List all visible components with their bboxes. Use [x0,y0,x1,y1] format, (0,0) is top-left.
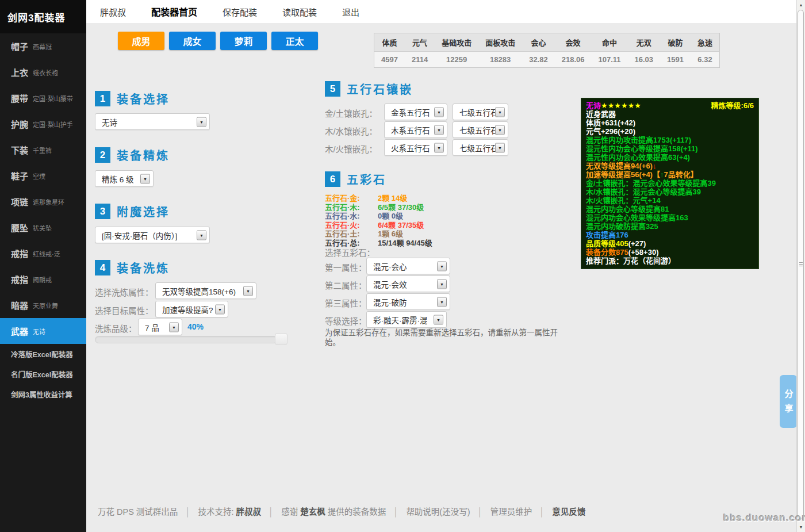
top-nav: 胖叔叔 配装器首页 保存配装 读取配装 退出 [86,0,805,23]
grade-select-label: 等级选择： [325,315,367,327]
chevron-down-icon[interactable]: ▼ [437,297,447,307]
section-6-title: 五彩石 [347,171,386,187]
share-button[interactable]: 分享 [780,375,797,428]
attr1-dropdown[interactable]: 混元·会心 ▼ [366,258,450,274]
chevron-down-icon[interactable]: ▼ [434,125,444,135]
equipment-select-dropdown[interactable]: 无诗 ▼ [95,113,210,130]
gender-female-button[interactable]: 成女 [169,32,216,50]
footer-separator: │ [269,507,274,516]
chevron-down-icon[interactable]: ▼ [437,279,447,289]
nav-item-save[interactable]: 保存配装 [223,6,257,18]
socket2-stone-dropdown[interactable]: 木系五行石 ▼ [384,121,447,138]
slot-label: 武器 [11,325,28,337]
section-1-header: 1 装备选择 [95,90,170,107]
sidebar-item-wrist[interactable]: 护腕 定国·梨山护手 [0,111,86,137]
chevron-down-icon[interactable]: ▼ [197,230,206,240]
sidebar-item-necklace[interactable]: 项链 遮那象星环 [0,189,86,215]
sidebar-link-excel-2[interactable]: 名门版Excel配装器 [0,364,86,384]
section-5-header: 5 五行石镶嵌 [325,81,413,97]
sidebar-item-pants[interactable]: 下装 千重裤 [0,137,86,163]
nav-item-uncle[interactable]: 胖叔叔 [100,6,126,18]
sidebar-item-hat[interactable]: 帽子 画幕冠 [0,33,86,59]
socket3-stone-dropdown[interactable]: 火系五行石 ▼ [384,139,447,156]
footer-link-feedback[interactable]: 意见反馈 [552,507,585,516]
sidebar-item-belt[interactable]: 腰带 定国·梨山腰带 [0,85,86,111]
attr2-dropdown[interactable]: 混元·会效 ▼ [366,275,450,292]
refine-level-dropdown[interactable]: 精炼 6 级 ▼ [95,170,154,187]
stat-value: 107.11 [591,52,627,68]
footer-text: 提供的装备数据 [328,507,386,516]
tooltip-line: 推荐门派：万花（花间游） [586,257,754,265]
stat-value: 4597 [374,52,405,68]
enchant-dropdown[interactable]: [固·安戎·磨石（内伤）] ▼ [95,227,210,243]
chevron-down-icon[interactable]: ▼ [243,286,253,296]
chevron-down-icon[interactable]: ▼ [495,125,505,135]
scroll-down-icon[interactable]: ▼ [797,523,805,531]
wash-attr-label: 选择洗炼属性： [95,286,154,298]
section-1-title: 装备选择 [117,90,170,107]
chevron-down-icon[interactable]: ▼ [495,143,505,152]
sidebar-item-pendant[interactable]: 腰坠 犹关坠 [0,215,86,240]
footer-link-admin[interactable]: 管理员维护 [490,507,532,516]
footer-link-chuxuanfeng[interactable]: 楚玄枫 [300,507,325,516]
stat-value: 6.32 [691,52,720,68]
wash-attr-dropdown[interactable]: 无双等级提高158(+6) ▼ [155,282,256,299]
chevron-down-icon[interactable]: ▼ [434,315,443,324]
gender-boy-button[interactable]: 正太 [271,32,318,50]
wash-grade-dropdown[interactable]: 7 品 ▼ [138,319,182,335]
section-4-title: 装备洗炼 [117,259,170,276]
stats-table: 体质 元气 基础攻击 面板攻击 会心 会效 命中 无双 破防 急速 4597 2… [374,33,720,68]
chevron-down-icon[interactable]: ▼ [437,261,447,271]
sidebar-item-ring2[interactable]: 戒指 阙朙戒 [0,266,86,292]
target-attr-dropdown[interactable]: 加速等级提高? ▼ [155,301,228,317]
chevron-down-icon[interactable]: ▼ [215,304,225,314]
tooltip-line: 攻击提高176 [586,231,754,239]
dropdown-value: 金系五行石 [391,106,430,118]
footer-text: 技术支持: [198,507,236,516]
sidebar-link-excel-1[interactable]: 冷落版Excel配装器 [0,344,86,364]
sidebar-item-chest[interactable]: 上衣 蛾衣长袍 [0,59,86,85]
scroll-up-icon[interactable]: ▲ [797,1,805,9]
sidebar-item-weapon-selected[interactable]: 武器 无诗 [0,318,86,344]
nav-item-load[interactable]: 读取配装 [282,6,317,18]
footer-link-help[interactable]: 帮助说明(还没写) [406,507,470,516]
tooltip-line: 近身武器 [586,110,754,118]
tooltip-line: 金/土镶嵌孔：混元会心效果等级提高39 [586,179,754,187]
wash-grade-slider-track[interactable] [95,336,278,343]
socket1-stone-dropdown[interactable]: 金系五行石 ▼ [384,104,447,120]
socket1-level-dropdown[interactable]: 七级五行石 ▼ [453,104,508,120]
wash-grade-slider-handle[interactable] [275,333,288,345]
chevron-down-icon[interactable]: ▼ [434,143,444,152]
chevron-down-icon[interactable]: ▼ [495,107,505,117]
tooltip-line: 混元内功破防提高325 [586,222,754,231]
sidebar-item-shoes[interactable]: 鞋子 空璞 [0,163,86,189]
sidebar-item-ring1[interactable]: 戒指 红线戒·泛 [0,240,86,266]
scrollbar-thumb[interactable] [798,10,804,519]
sidebar-link-attr-calc[interactable]: 剑网3属性收益计算 [0,384,86,404]
slot-label: 帽子 [11,40,28,52]
page-scrollbar[interactable]: ▲ ▼ [796,0,805,532]
socket2-level-dropdown[interactable]: 七级五行石 ▼ [453,121,508,138]
sidebar-item-hidden-weapon[interactable]: 暗器 天原业舞 [0,292,86,318]
gender-loli-button[interactable]: 萝莉 [220,32,267,50]
footer-text: 万花 DPS 测试群出品 [98,507,178,516]
stone-stat-wood: 五行石·木: 6/5颗 37/30级 [325,201,432,210]
chevron-down-icon[interactable]: ▼ [169,322,179,332]
stone-stat-gold: 五行石·金: 2颗 14级 [325,192,432,201]
chevron-down-icon[interactable]: ▼ [434,107,444,117]
tooltip-line: 无双等级提高94(+6)↓ [586,162,754,170]
tooltip-line: 装备分数875(+58+30) [586,248,754,257]
tooltip-line: 混元性内功会心等级提高158(+11) [586,144,754,153]
nav-item-home[interactable]: 配装器首页 [151,5,197,18]
chevron-down-icon[interactable]: ▼ [140,174,150,183]
socket3-level-dropdown[interactable]: 七级五行石 ▼ [453,139,508,156]
footer-link-uncle[interactable]: 胖叔叔 [236,507,262,516]
grade-select-dropdown[interactable]: 彩·融天·霹雳·混 ▼ [366,311,447,328]
chevron-down-icon[interactable]: ▼ [197,117,206,127]
gender-male-button[interactable]: 成男 [118,32,164,50]
section-5-badge: 5 [325,81,340,97]
slot-label: 上衣 [11,66,28,78]
five-element-stone-summary: 五行石·金: 2颗 14级 五行石·木: 6/5颗 37/30级 五行石·水: … [325,192,432,246]
attr3-dropdown[interactable]: 混元·破防 ▼ [366,293,450,310]
nav-item-exit[interactable]: 退出 [342,6,359,18]
